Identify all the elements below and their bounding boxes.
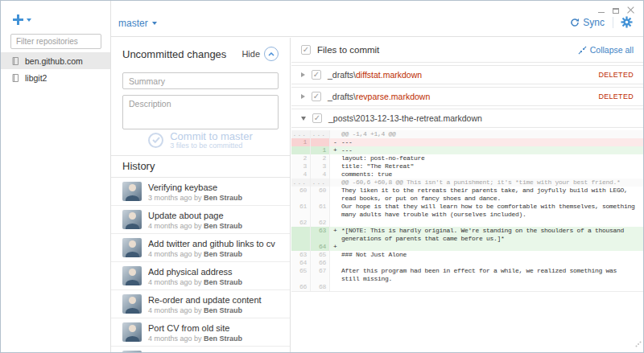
filter-repositories-input[interactable] <box>10 34 101 49</box>
diff-line: 64+ <box>291 243 643 251</box>
collapse-all-button[interactable]: Collapse all <box>578 45 634 55</box>
new-line-number: 62 <box>311 219 330 227</box>
hide-label: Hide <box>242 49 260 59</box>
history-commit[interactable]: Add headshot for public consumption5 mon… <box>111 347 290 352</box>
repo-item[interactable]: libgit2 <box>1 69 110 86</box>
files-to-commit-title: Files to commit <box>317 45 379 55</box>
commit-author: Ben Straub <box>204 335 242 343</box>
changes-panel: Uncommitted changes Hide Commit to maste… <box>111 38 291 352</box>
maximize-icon[interactable] <box>613 8 619 14</box>
diff-line: 33title: "The Retreat" <box>291 162 643 170</box>
history-commit[interactable]: Re-order and update content4 months ago … <box>111 290 290 318</box>
history-commit[interactable]: Add physical address4 months ago by Ben … <box>111 262 290 290</box>
old-line-number <box>291 243 311 251</box>
history-commit[interactable]: Port CV from old site4 months ago by Ben… <box>111 318 290 347</box>
close-icon[interactable] <box>627 6 634 14</box>
new-line-number: 1 <box>311 146 330 154</box>
diff-text: @@ -60,6 +60,8 @@ This isn't a punishmen… <box>330 179 643 187</box>
avatar <box>122 266 142 285</box>
check-circle-icon <box>148 133 163 148</box>
file-name: 2013-12-13-the-retreat.markdown <box>356 113 482 123</box>
avatar <box>122 294 142 314</box>
avatar <box>122 351 142 352</box>
diff-line: 1---- <box>291 138 643 146</box>
file-checkbox[interactable] <box>312 113 322 123</box>
new-line-number: 68 <box>311 283 330 291</box>
branch-switcher[interactable]: master <box>118 18 157 29</box>
diff-text: +--- <box>330 146 643 154</box>
diff-text: layout: post-no-feature <box>330 154 643 162</box>
toolbar-divider <box>613 17 613 28</box>
repo-name: libgit2 <box>25 73 47 83</box>
diff-line: ......@@ -60,6 +60,8 @@ This isn't a pun… <box>291 179 643 187</box>
sync-button[interactable]: Sync <box>570 17 605 28</box>
file-row[interactable]: _posts\2013-12-13-the-retreat.markdown <box>291 109 643 128</box>
diff-text: + <box>330 243 643 251</box>
diff-marker: + <box>333 227 337 235</box>
old-line-number <box>291 146 311 154</box>
commit-meta: 4 months ago by Ben Straub <box>148 306 262 314</box>
commit-meta: 4 months ago by Ben Straub <box>148 222 242 230</box>
diff-text: title: "The Retreat" <box>330 162 643 170</box>
diff-line: 6262 <box>291 219 643 227</box>
hide-changes-button[interactable]: Hide <box>242 47 279 61</box>
history-commit[interactable]: Verifying keybase3 months ago by Ben Str… <box>111 178 290 206</box>
diff-line: 6567After this program had been in effec… <box>291 267 643 283</box>
diff-line: 44comments: true <box>291 170 643 179</box>
diff-text: +*[NOTE: This is hardly original. We're … <box>330 227 643 243</box>
history-commit[interactable]: Update about page4 months ago by Ben Str… <box>111 206 290 234</box>
commit-description-input[interactable] <box>122 95 279 129</box>
add-repository-button[interactable] <box>13 14 31 25</box>
file-list: _drafts\diffstat.markdownDELETED_drafts\… <box>291 65 643 128</box>
repo-item[interactable]: ben.github.com <box>1 52 110 69</box>
commit-summary-input[interactable] <box>122 72 279 89</box>
file-path: _drafts\revparse.markdown <box>328 92 430 101</box>
avatar <box>122 322 142 342</box>
diff-line: 6060They liken it to the retreats their … <box>291 187 643 203</box>
avatar <box>122 238 142 257</box>
new-line-number <box>311 138 330 146</box>
settings-button[interactable] <box>621 16 633 28</box>
file-row[interactable]: _drafts\revparse.markdownDELETED <box>291 87 643 106</box>
resize-grip-icon[interactable] <box>635 336 642 351</box>
new-line-number: 2 <box>311 154 330 162</box>
commit-title: Add twitter and github links to cv <box>148 239 275 248</box>
expand-triangle-icon[interactable] <box>301 72 305 77</box>
collapse-icon <box>578 46 587 55</box>
history-title: History <box>111 155 290 178</box>
app-window: ben.github.comlibgit2 master Sync Uncomm… <box>0 0 644 353</box>
diff-marker: + <box>333 243 337 251</box>
old-line-number: 63 <box>291 251 311 259</box>
commit-meta: 4 months ago by Ben Straub <box>148 335 242 343</box>
history-list: Verifying keybase3 months ago by Ben Str… <box>111 178 290 352</box>
status-badge: DELETED <box>598 92 634 101</box>
commit-author: Ben Straub <box>204 250 242 258</box>
files-to-commit-checkbox[interactable] <box>301 45 311 55</box>
minimize-icon[interactable] <box>598 12 605 13</box>
repo-name: ben.github.com <box>25 56 83 66</box>
commit-button[interactable]: Commit to master 3 files to be committed <box>122 129 279 150</box>
diff-text: After this program had been in effect fo… <box>330 267 643 283</box>
diff-text: ### Not Just Alone <box>330 251 643 259</box>
collapse-triangle-icon[interactable] <box>301 117 306 121</box>
commit-button-label: Commit to master <box>170 131 253 142</box>
old-line-number: 66 <box>291 283 311 291</box>
file-checkbox[interactable] <box>312 70 321 80</box>
expand-triangle-icon[interactable] <box>301 94 305 99</box>
diff-text: comments: true <box>330 170 643 179</box>
file-row[interactable]: _drafts\diffstat.markdownDELETED <box>291 65 643 84</box>
avatar <box>122 210 142 229</box>
commit-meta: 3 months ago by Ben Straub <box>148 194 242 202</box>
old-line-number: 65 <box>291 267 311 283</box>
diff-line: ......@@ -1,4 +1,4 @@ <box>291 130 643 138</box>
chevron-up-icon <box>264 47 279 61</box>
uncommitted-changes-title: Uncommitted changes <box>122 48 226 60</box>
toolbar: master Sync <box>111 1 643 37</box>
history-commit[interactable]: Add twitter and github links to cv4 mont… <box>111 234 290 262</box>
file-checkbox[interactable] <box>312 92 321 101</box>
diff-text: @@ -1,4 +1,4 @@ <box>330 130 643 138</box>
diff-text: Our hope is that they will learn how to … <box>330 203 643 219</box>
new-line-number: 4 <box>311 170 330 179</box>
repo-icon <box>11 73 19 83</box>
chevron-down-icon <box>152 22 157 25</box>
